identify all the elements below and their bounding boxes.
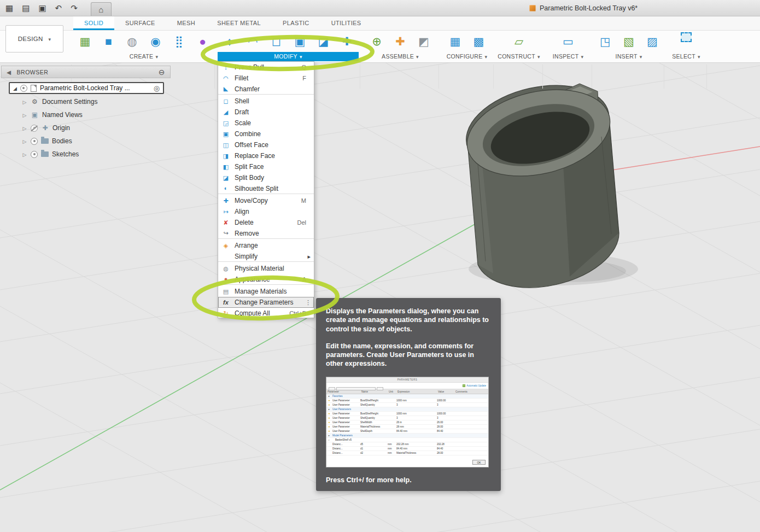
submenu-arrow-icon [306, 253, 311, 260]
joint-origin-icon[interactable]: ◩ [414, 32, 433, 50]
root-disclosure-icon[interactable] [13, 84, 17, 92]
apps-grid-icon[interactable]: ▦ [5, 4, 13, 12]
visibility-eye-icon[interactable] [31, 125, 38, 132]
toolbar-group-create: ▦■◍◉⣿● CREATE [73, 31, 214, 63]
revolve-icon[interactable]: ◉ [147, 32, 165, 50]
split-face-icon: ◧ [221, 164, 230, 170]
select-menu-button[interactable]: SELECT [667, 52, 705, 61]
star-icon [326, 399, 332, 402]
browser-item-document-settings[interactable]: ⚙ Document Settings [1, 95, 171, 108]
create-menu-button[interactable]: CREATE [74, 52, 213, 61]
menu-item-offset-face[interactable]: ◫ Offset Face [218, 139, 314, 150]
tab-mesh[interactable]: MESH [166, 16, 206, 30]
create-form-icon[interactable]: ● [194, 32, 212, 50]
star-icon [326, 434, 332, 437]
menu-item-align[interactable]: ↦ Align [218, 206, 314, 217]
arrange-icon: ◈ [221, 243, 230, 249]
browser-item-bodies[interactable]: Bodies [1, 135, 171, 148]
menu-item-compute-all[interactable]: ↻ Compute All Ctrl+B [218, 308, 314, 318]
construct-plane-icon[interactable]: ▱ [510, 32, 528, 50]
select-window-icon[interactable] [681, 32, 692, 42]
split-body-icon: ◪ [221, 175, 230, 181]
pattern-icon[interactable]: ⣿ [170, 32, 189, 50]
fillet-icon[interactable]: ◠ [244, 32, 262, 50]
configuration-table-icon[interactable]: ▦ [446, 32, 465, 50]
menu-item-simplify[interactable]: Simplify [218, 251, 314, 262]
menu-item-arrange[interactable]: ◈ Arrange [218, 240, 314, 251]
browser-item-sketches[interactable]: Sketches [1, 148, 171, 161]
menu-item-press-pull[interactable]: ↕ Press Pull Q [218, 62, 314, 73]
menu-item-split-face[interactable]: ◧ Split Face [218, 161, 314, 172]
menu-item-fillet[interactable]: ◠ Fillet F [218, 73, 314, 84]
target-icon[interactable]: ◎ [154, 85, 160, 92]
insert-menu-button[interactable]: INSERT [595, 52, 663, 61]
menu-item-shell[interactable]: ◻ Shell [218, 96, 314, 107]
browser-root-item[interactable]: Parametric Bolt-Locked Tray ... ◎ [9, 82, 164, 94]
measure-icon[interactable]: ▭ [559, 32, 577, 50]
menu-item-change-parameters[interactable]: fx Change Parameters [218, 297, 314, 308]
construct-menu-button[interactable]: CONSTRUCT [496, 52, 541, 61]
menu-item-chamfer[interactable]: ◣ Chamfer [218, 84, 314, 95]
split-body-icon[interactable]: ◪ [314, 32, 333, 50]
visibility-eye-icon[interactable] [31, 151, 38, 158]
joint-icon[interactable]: ✚ [391, 32, 410, 50]
configure-features-icon[interactable]: ▩ [470, 32, 488, 50]
modify-menu-button[interactable]: MODIFY [218, 52, 359, 61]
undo-icon[interactable]: ↶ [55, 4, 62, 12]
menu-item-move-copy[interactable]: ✚ Move/Copy M [218, 195, 314, 206]
menu-item-combine[interactable]: ▣ Combine [218, 128, 314, 139]
chamfer-icon: ◣ [221, 86, 230, 92]
new-component-icon[interactable]: ⊕ [367, 32, 386, 50]
browser-item-named-views[interactable]: ▣ Named Views [1, 108, 171, 121]
menu-item-physical-material[interactable]: ◍ Physical Material [218, 263, 314, 274]
file-tab[interactable]: ⌂ [91, 2, 112, 16]
create-sketch-icon[interactable]: ▦ [76, 32, 95, 50]
shell-icon[interactable]: ◻ [267, 32, 286, 50]
disclosure-triangle-icon[interactable] [22, 150, 27, 158]
design-workspace-selector[interactable]: DESIGN [5, 25, 63, 52]
help-tooltip: Displays the Parameters dialog, where yo… [316, 298, 501, 491]
menu-item-manage-materials[interactable]: ▤ Manage Materials [218, 286, 314, 297]
visibility-eye-icon[interactable] [20, 85, 27, 92]
tab-surface[interactable]: SURFACE [114, 16, 166, 30]
primitive-box-icon[interactable]: ■ [100, 32, 118, 50]
pm-row: Model Parameters [326, 434, 488, 438]
menu-item-replace-face[interactable]: ◨ Replace Face [218, 150, 314, 161]
menu-item-appearance[interactable]: ● Appearance A [218, 274, 314, 285]
insert-image-icon[interactable]: ▨ [643, 32, 662, 50]
save-icon[interactable]: ▣ [38, 4, 46, 12]
decal-icon[interactable]: ◳ [596, 32, 615, 50]
tab-solid[interactable]: SOLID [73, 16, 114, 30]
menu-item-draft[interactable]: ◢ Draft [218, 107, 314, 118]
circle-minus-icon[interactable]: ⊖ [159, 68, 165, 76]
menu-item-remove[interactable]: ↪ Remove [218, 228, 314, 239]
browser-header-label: BROWSER [17, 69, 49, 75]
menu-item-scale[interactable]: ◲ Scale [218, 118, 314, 128]
browser-item-origin[interactable]: ✚ Origin [1, 121, 171, 135]
redo-icon[interactable]: ↷ [71, 4, 78, 12]
disclosure-triangle-icon[interactable] [22, 98, 27, 106]
disclosure-triangle-icon[interactable] [22, 137, 27, 145]
press-pull-icon[interactable]: ↕ [220, 32, 239, 50]
collapse-left-icon[interactable]: ◀ [7, 69, 11, 75]
inspect-menu-button[interactable]: INSPECT [546, 52, 591, 61]
disclosure-triangle-icon[interactable] [22, 124, 27, 132]
extrude-icon[interactable]: ◍ [123, 32, 142, 50]
combine-icon[interactable]: ▣ [291, 32, 309, 50]
tab-sheet-metal[interactable]: SHEET METAL [206, 16, 272, 30]
canvas-icon[interactable]: ▧ [619, 32, 638, 50]
menu-item-silhouette-split[interactable]: ◐ Silhouette Split [218, 183, 314, 194]
disclosure-triangle-icon[interactable] [22, 111, 27, 119]
silhouette-split-icon: ◐ [221, 185, 230, 191]
assemble-menu-button[interactable]: ASSEMBLE [363, 52, 437, 61]
visibility-eye-icon[interactable] [31, 138, 38, 145]
menu-item-split-body[interactable]: ◪ Split Body [218, 172, 314, 183]
configure-menu-button[interactable]: CONFIGURE [442, 52, 492, 61]
tab-plastic[interactable]: PLASTIC [272, 16, 320, 30]
document-title: Parametric Bolt-Locked Tray v6* [529, 0, 638, 16]
file-menu-icon[interactable]: ▤ [22, 4, 30, 12]
menu-item-delete[interactable]: ✘ Delete Del [218, 217, 314, 228]
move-copy-icon[interactable]: ✚ [338, 32, 356, 50]
tab-utilities[interactable]: UTILITIES [320, 16, 372, 30]
document-icon [31, 85, 37, 92]
